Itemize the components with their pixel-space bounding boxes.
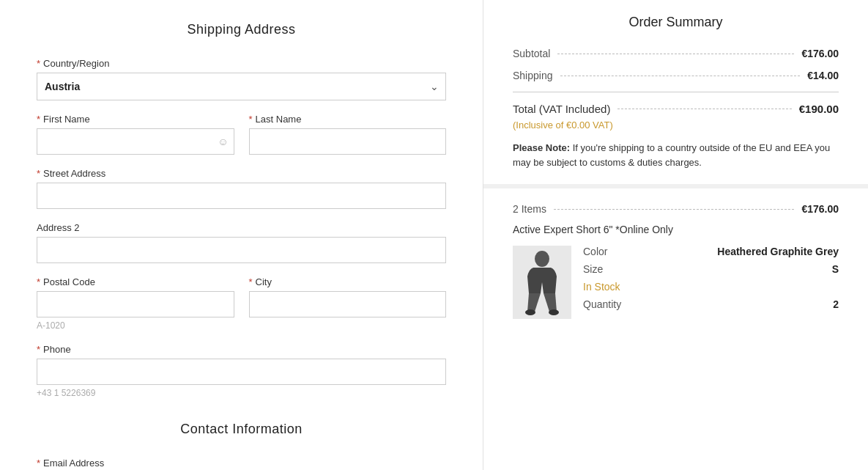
- postal-city-row: *Postal Code A-1020 *City: [37, 276, 446, 344]
- shipping-label: Shipping: [513, 70, 553, 81]
- order-summary-panel: Order Summary Subtotal €176.00 Shipping …: [483, 0, 868, 470]
- items-dots: [554, 209, 794, 210]
- quantity-row: Quantity 2: [583, 298, 839, 310]
- svg-point-2: [525, 309, 535, 315]
- product-image: [513, 246, 571, 319]
- contact-info-title: Contact Information: [37, 422, 446, 437]
- street-field-group: *Street Address: [37, 168, 446, 209]
- vat-note: (Inclusive of €0.00 VAT): [513, 120, 839, 131]
- first-name-field-group: *First Name ☺: [37, 114, 234, 155]
- address2-input[interactable]: [37, 237, 446, 263]
- color-key: Color: [583, 246, 607, 257]
- postal-input[interactable]: [37, 291, 234, 317]
- phone-label: *Phone: [37, 344, 446, 355]
- city-label: *City: [249, 276, 447, 287]
- city-input[interactable]: [249, 291, 447, 317]
- size-row: Size S: [583, 263, 839, 275]
- name-row: *First Name ☺ *Last Name: [37, 114, 446, 168]
- required-star-postal: *: [37, 276, 40, 287]
- phone-input[interactable]: [37, 359, 446, 385]
- address2-field-group: Address 2: [37, 222, 446, 263]
- shipping-line: Shipping €14.00: [513, 70, 839, 81]
- subtotal-label: Subtotal: [513, 48, 550, 59]
- country-select[interactable]: Austria Germany France Italy Spain: [37, 73, 446, 100]
- subtotal-line: Subtotal €176.00: [513, 48, 839, 59]
- required-star-email: *: [37, 458, 40, 469]
- city-field-group: *City: [249, 276, 447, 331]
- order-summary-title: Order Summary: [513, 15, 839, 30]
- quantity-value: 2: [833, 298, 839, 310]
- required-star-phone: *: [37, 344, 40, 355]
- svg-point-3: [549, 309, 559, 315]
- street-input[interactable]: [37, 183, 446, 209]
- stock-status: In Stock: [583, 281, 839, 293]
- phone-hint: +43 1 5226369: [37, 388, 446, 398]
- total-line: Total (VAT Included) €190.00: [513, 103, 839, 115]
- items-line: 2 Items €176.00: [513, 203, 839, 215]
- customs-note-bold: Please Note:: [513, 142, 570, 153]
- color-value: Heathered Graphite Grey: [717, 246, 839, 257]
- product-details: Color Heathered Graphite Grey Size S In …: [583, 246, 839, 319]
- shipping-value: €14.00: [807, 70, 839, 81]
- total-dots: [617, 109, 791, 109]
- last-name-label: *Last Name: [249, 114, 447, 125]
- last-name-input[interactable]: [249, 128, 447, 155]
- required-star-firstname: *: [37, 114, 40, 125]
- first-name-label: *First Name: [37, 114, 234, 125]
- product-name: Active Expert Short 6" *Online Only: [513, 224, 839, 235]
- shipping-address-title: Shipping Address: [37, 22, 446, 37]
- size-value: S: [832, 263, 839, 275]
- color-row: Color Heathered Graphite Grey: [583, 246, 839, 257]
- summary-divider: [513, 92, 839, 92]
- postal-hint: A-1020: [37, 320, 234, 331]
- required-star-street: *: [37, 168, 40, 179]
- subtotal-dots: [557, 54, 794, 54]
- country-field-group: *Country/Region Austria Germany France I…: [37, 58, 446, 100]
- person-icon: ☺: [218, 136, 228, 147]
- country-select-wrapper: Austria Germany France Italy Spain ⌄: [37, 73, 446, 100]
- total-value: €190.00: [799, 103, 839, 115]
- subtotal-value: €176.00: [801, 48, 839, 59]
- product-row: Color Heathered Graphite Grey Size S In …: [513, 246, 839, 319]
- country-label: *Country/Region: [37, 58, 446, 69]
- shipping-dots: [560, 76, 801, 76]
- email-label: *Email Address: [37, 458, 446, 469]
- email-field-group: *Email Address: [37, 458, 446, 470]
- svg-point-1: [535, 251, 549, 267]
- items-label: 2 Items: [513, 203, 546, 215]
- total-label: Total (VAT Included): [513, 103, 610, 115]
- customs-note: Please Note: If you're shipping to a cou…: [513, 141, 839, 169]
- postal-label: *Postal Code: [37, 276, 234, 287]
- size-key: Size: [583, 263, 603, 275]
- required-star-country: *: [37, 58, 40, 69]
- first-name-input-wrapper: ☺: [37, 128, 234, 155]
- first-name-input[interactable]: [37, 128, 234, 155]
- items-value: €176.00: [801, 203, 839, 215]
- last-name-field-group: *Last Name: [249, 114, 447, 155]
- section-divider: [483, 184, 868, 188]
- street-label: *Street Address: [37, 168, 446, 179]
- quantity-key: Quantity: [583, 298, 621, 310]
- address2-label: Address 2: [37, 222, 446, 233]
- phone-field-group: *Phone +43 1 5226369: [37, 344, 446, 398]
- required-star-lastname: *: [249, 114, 253, 125]
- postal-field-group: *Postal Code A-1020: [37, 276, 234, 331]
- required-star-city: *: [249, 276, 253, 287]
- shipping-address-panel: Shipping Address *Country/Region Austria…: [0, 0, 483, 470]
